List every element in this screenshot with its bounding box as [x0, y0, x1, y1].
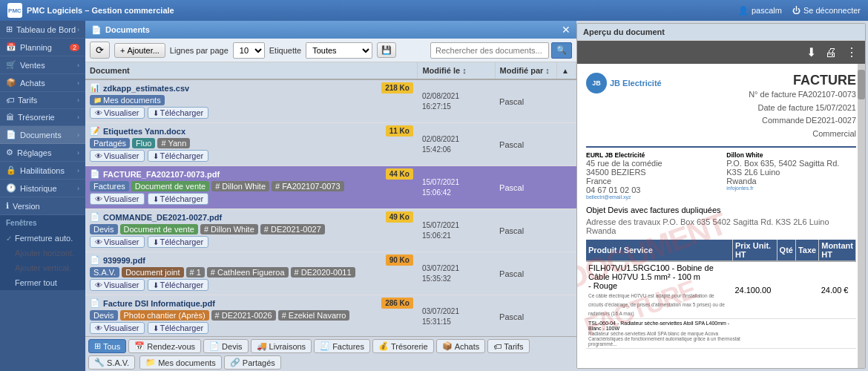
col-total: Montant HT	[819, 240, 856, 261]
visualiser-btn[interactable]: 👁 Visualiser	[90, 193, 145, 205]
tag-row: Devis Document de vente # Dillon White #…	[90, 224, 413, 234]
visualiser-btn[interactable]: 👁 Visualiser	[90, 150, 145, 162]
bottom-tabs: ⊞ Tous 📅 Rendez-vous 📄 Devis 🚚 Livraison…	[85, 336, 576, 371]
top-bar-right: 👤 pascalm ⏻ Se déconnecter	[738, 6, 861, 16]
lines-per-page-select[interactable]: 10 20 50	[233, 42, 265, 59]
tag-factures: Factures	[90, 181, 129, 191]
tab-sav[interactable]: 🔧 S.A.V.	[88, 355, 135, 370]
chevron-right-icon: ›	[77, 167, 79, 174]
telecharger-btn[interactable]: ⬇ Télécharger	[148, 322, 209, 334]
sidebar-item-label: Historique	[20, 184, 57, 193]
tab-rendezvous[interactable]: 📅 Rendez-vous	[128, 339, 201, 353]
table-row[interactable]: 📄 939999.pdf 90 Ko S.A.V. Document joint…	[85, 252, 576, 295]
size-badge: 11 Ko	[386, 125, 413, 137]
tag-1: # 1	[186, 267, 205, 278]
sidebar-item-label: Tableau de Bord	[16, 25, 76, 34]
tab-label: Factures	[332, 342, 364, 351]
window-item-label: Fermer tout	[15, 278, 57, 287]
logout-btn[interactable]: ⏻ Se déconnecter	[792, 6, 861, 15]
telecharger-btn[interactable]: ⬇ Télécharger	[148, 279, 209, 291]
add-button[interactable]: + Ajouter...	[114, 43, 165, 58]
documents-list-panel: 📄 Documents ✕ ⟳ + Ajouter... Lignes par …	[85, 21, 576, 371]
refresh-button[interactable]: ⟳	[90, 42, 110, 59]
mod-time: 15/07/202115:06:42	[422, 177, 490, 198]
company-logo: JB	[586, 73, 607, 93]
search-input[interactable]	[430, 42, 549, 59]
table-row[interactable]: 📄 FACTURE_FA202107-0073.pdf 44 Ko Factur…	[85, 166, 576, 209]
split-area: 📄 Documents ✕ ⟳ + Ajouter... Lignes par …	[85, 21, 868, 371]
tab-tarifs[interactable]: 🏷 Tarifs	[487, 339, 529, 353]
telecharger-btn[interactable]: ⬇ Télécharger	[148, 193, 209, 205]
tab-label: Partagés	[243, 358, 275, 367]
company-name: JB Electricité	[610, 79, 662, 88]
table-row[interactable]: 📄 Facture DSI Informatique.pdf 286 Ko De…	[85, 295, 576, 337]
sidebar-item-documents[interactable]: 📄 Documents ›	[0, 126, 85, 144]
chevron-right-icon: ›	[77, 79, 79, 87]
sidebar-item-version[interactable]: ℹ Version	[0, 197, 85, 215]
visualiser-btn[interactable]: 👁 Visualiser	[90, 107, 145, 119]
sidebar-item-ventes[interactable]: 🛒 Ventes ›	[0, 56, 85, 74]
doc-cell: 📄 939999.pdf 90 Ko S.A.V. Document joint…	[85, 252, 418, 295]
tab-factures[interactable]: 🧾 Factures	[314, 339, 370, 353]
col-modified[interactable]: Modifié le ↕	[418, 62, 495, 79]
tab-tresorerie[interactable]: 💰 Trésorerie	[372, 339, 434, 353]
visualiser-btn[interactable]: 👁 Visualiser	[90, 236, 145, 248]
col-by[interactable]: Modifié par ↕	[495, 62, 556, 79]
panel-header: 📄 Documents ✕	[85, 21, 576, 39]
tab-livraisons[interactable]: 🚚 Livraisons	[251, 339, 312, 353]
history-icon: 🕐	[6, 183, 16, 193]
preview-toolbar: ⬇ 🖨 ⋮	[577, 41, 865, 64]
action-row: 👁 Visualiser ⬇ Télécharger	[90, 322, 413, 334]
mod-by-cell: Pascal	[495, 209, 556, 252]
sidebar-item-habilitations[interactable]: 🔒 Habilitations ›	[0, 162, 85, 180]
sidebar-item-reglages[interactable]: ⚙ Réglages ›	[0, 144, 85, 162]
chevron-right-icon: ›	[77, 26, 79, 33]
download-icon[interactable]: ⬇	[806, 45, 816, 59]
info-icon: ℹ	[6, 201, 9, 211]
mod-date-cell: 03/07/202115:31:15	[418, 295, 495, 337]
tag-icon: 🏷	[6, 96, 14, 105]
sidebar-item-tableau[interactable]: ⊞ Tableau de Bord ›	[0, 21, 85, 39]
window-item-fermer-tout[interactable]: ✓ Fermer tout	[0, 275, 85, 290]
tag-dillon: # Dillon White	[211, 181, 269, 191]
sidebar-item-historique[interactable]: 🕐 Historique ›	[0, 180, 85, 197]
row-scroll	[556, 295, 576, 337]
mod-by: Pascal	[499, 312, 524, 321]
table-row[interactable]: 📊 zdkapp_estimates.csv 218 Ko 📁 Mes docu…	[85, 79, 576, 123]
invoice-title: FACTURE	[749, 73, 856, 88]
tab-devis[interactable]: 📄 Devis	[203, 339, 249, 353]
visualiser-btn[interactable]: 👁 Visualiser	[90, 279, 145, 291]
sidebar-item-achats[interactable]: 📦 Achats ›	[0, 74, 85, 92]
sidebar-item-tresorerie[interactable]: 🏛 Trésorerie ›	[0, 109, 85, 126]
save-button[interactable]: 💾	[377, 42, 396, 58]
row-scroll	[556, 166, 576, 209]
panel-close-btn[interactable]: ✕	[562, 24, 571, 36]
scrollbar-thumb[interactable]	[858, 70, 865, 99]
print-icon[interactable]: 🖨	[825, 46, 837, 59]
number-label: N° de facture	[749, 90, 796, 99]
telecharger-btn[interactable]: ⬇ Télécharger	[148, 150, 209, 162]
number-value: FA202107-0073	[798, 90, 856, 99]
tab-achats[interactable]: 📦 Achats	[436, 339, 486, 353]
visualiser-btn[interactable]: 👁 Visualiser	[90, 322, 145, 334]
sidebar-item-tarifs[interactable]: 🏷 Tarifs ›	[0, 92, 85, 109]
sidebar-item-label: Ventes	[20, 61, 45, 70]
tag-doc-joint: Document joint	[122, 267, 183, 278]
tab-mes-documents[interactable]: 📁 Mes documents	[139, 355, 222, 370]
etiquette-select[interactable]: Toutes Factures Devis	[306, 42, 372, 59]
preview-scrollbar[interactable]	[858, 64, 865, 368]
tab-tous[interactable]: ⊞ Tous	[88, 339, 126, 353]
more-icon[interactable]: ⋮	[846, 45, 858, 59]
sidebar-item-planning[interactable]: 📅 Planning 2	[0, 39, 85, 56]
search-button[interactable]: 🔍	[551, 42, 572, 59]
tab-partages[interactable]: 🔗 Partagés	[224, 355, 281, 370]
item-tax	[795, 261, 818, 319]
scroll-up-icon[interactable]: ▲	[562, 67, 569, 75]
window-item-fermeture[interactable]: ✓ Fermeture auto.	[0, 231, 85, 246]
telecharger-btn[interactable]: ⬇ Télécharger	[148, 107, 209, 119]
grid-icon: ⊞	[6, 24, 13, 34]
telecharger-btn[interactable]: ⬇ Télécharger	[148, 236, 209, 248]
table-row[interactable]: 📝 Etiquettes Yann.docx 11 Ko Partagés Fl…	[85, 123, 576, 166]
table-row[interactable]: 📄 COMMANDE_DE2021-0027.pdf 49 Ko Devis D…	[85, 209, 576, 252]
preview-header: Aperçu du document	[577, 24, 865, 41]
